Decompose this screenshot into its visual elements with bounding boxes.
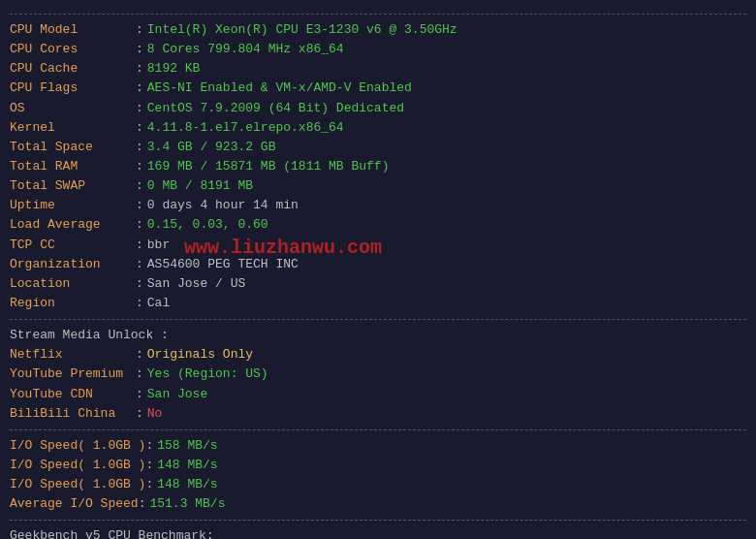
media-header: Stream Media Unlock : bbox=[10, 326, 746, 345]
colon: : bbox=[139, 494, 146, 514]
row-label: CPU Cores bbox=[10, 40, 136, 59]
row-label: Total Space bbox=[10, 138, 136, 157]
table-row: Total RAM:169 MB / 15871 MB (1811 MB Buf… bbox=[10, 157, 746, 176]
row-value: 3.4 GB / 923.2 GB bbox=[147, 138, 276, 157]
row-label: CPU Flags bbox=[10, 79, 136, 98]
row-value: 169 MB / 15871 MB (1811 MB Buff) bbox=[147, 157, 390, 176]
colon: : bbox=[136, 404, 143, 424]
colon: : bbox=[136, 255, 143, 274]
table-row: Organization:AS54600 PEG TECH INC bbox=[10, 255, 746, 274]
table-row: I/O Speed( 1.0GB ):148 MB/s bbox=[10, 456, 746, 475]
sysinfo-section: CPU Model:Intel(R) Xeon(R) CPU E3-1230 v… bbox=[10, 20, 746, 313]
table-row: I/O Speed( 1.0GB ):158 MB/s bbox=[10, 436, 746, 456]
row-value: San Jose bbox=[147, 385, 207, 404]
colon: : bbox=[136, 157, 143, 176]
table-row: CPU Cores:8 Cores 799.804 MHz x86_64 bbox=[10, 40, 746, 59]
row-value: 0.15, 0.03, 0.60 bbox=[147, 215, 268, 235]
colon: : bbox=[136, 365, 143, 384]
row-label: I/O Speed( 1.0GB ) bbox=[10, 436, 145, 456]
table-row: TCP CC:bbr bbox=[10, 236, 746, 255]
table-row: Location:San Jose / US bbox=[10, 274, 746, 294]
bench-section: Geekbench v5 CPU Benchmark:Single Core:1… bbox=[10, 526, 746, 539]
colon: : bbox=[136, 176, 143, 196]
row-value: CentOS 7.9.2009 (64 Bit) Dedicated bbox=[147, 99, 404, 118]
row-label: Average I/O Speed bbox=[10, 494, 139, 514]
row-label: CPU Model bbox=[10, 20, 136, 40]
table-row: YouTube CDN:San Jose bbox=[10, 385, 746, 404]
row-label: Kernel bbox=[10, 118, 136, 138]
divider-2 bbox=[10, 319, 746, 320]
row-value: Intel(R) Xeon(R) CPU E3-1230 v6 @ 3.50GH… bbox=[147, 20, 457, 40]
row-value: 8 Cores 799.804 MHz x86_64 bbox=[147, 40, 344, 59]
table-row: Kernel:4.11.8-1.el7.elrepo.x86_64 bbox=[10, 118, 746, 138]
divider-4 bbox=[10, 520, 746, 521]
row-value: No bbox=[147, 404, 163, 424]
io-section: I/O Speed( 1.0GB ):158 MB/sI/O Speed( 1.… bbox=[10, 436, 746, 515]
row-value: Cal bbox=[147, 294, 170, 313]
row-value: 0 days 4 hour 14 min bbox=[147, 196, 299, 215]
colon: : bbox=[136, 40, 143, 59]
colon: : bbox=[136, 99, 143, 118]
row-label: Total SWAP bbox=[10, 176, 136, 196]
bench-header: Geekbench v5 CPU Benchmark: bbox=[10, 526, 746, 539]
divider-3 bbox=[10, 429, 746, 430]
media-section: Stream Media Unlock :Netflix:Originals O… bbox=[10, 326, 746, 424]
table-row: CPU Flags:AES-NI Enabled & VM-x/AMD-V En… bbox=[10, 79, 746, 98]
row-label: I/O Speed( 1.0GB ) bbox=[10, 456, 145, 475]
row-label: Netflix bbox=[10, 345, 136, 365]
row-label: OS bbox=[10, 99, 136, 118]
row-label: Total RAM bbox=[10, 157, 136, 176]
row-label: BiliBili China bbox=[10, 404, 136, 424]
colon: : bbox=[136, 79, 143, 98]
row-label: YouTube Premium bbox=[10, 365, 136, 384]
row-label: YouTube CDN bbox=[10, 385, 136, 404]
table-row: Load Average:0.15, 0.03, 0.60 bbox=[10, 215, 746, 235]
row-value: 158 MB/s bbox=[157, 436, 217, 456]
row-label: Uptime bbox=[10, 196, 136, 215]
table-row: YouTube Premium:Yes (Region: US) bbox=[10, 365, 746, 384]
row-label: TCP CC bbox=[10, 236, 136, 255]
row-value: AS54600 PEG TECH INC bbox=[147, 255, 299, 274]
colon: : bbox=[136, 20, 143, 40]
colon: : bbox=[136, 236, 143, 255]
colon: : bbox=[136, 274, 143, 294]
table-row: I/O Speed( 1.0GB ):148 MB/s bbox=[10, 475, 746, 494]
table-row: Uptime:0 days 4 hour 14 min bbox=[10, 196, 746, 215]
row-value: 8192 KB bbox=[147, 59, 201, 79]
colon: : bbox=[145, 436, 153, 456]
table-row: Region:Cal bbox=[10, 294, 746, 313]
colon: : bbox=[136, 138, 143, 157]
row-value: 151.3 MB/s bbox=[149, 494, 225, 514]
row-label: Region bbox=[10, 294, 136, 313]
colon: : bbox=[136, 196, 143, 215]
row-label: Organization bbox=[10, 255, 136, 274]
row-value: 148 MB/s bbox=[157, 456, 217, 475]
row-value: 148 MB/s bbox=[157, 475, 217, 494]
table-row: OS:CentOS 7.9.2009 (64 Bit) Dedicated bbox=[10, 99, 746, 118]
table-row: CPU Model:Intel(R) Xeon(R) CPU E3-1230 v… bbox=[10, 20, 746, 40]
row-value: Yes (Region: US) bbox=[147, 365, 268, 384]
table-row: BiliBili China:No bbox=[10, 404, 746, 424]
row-value: bbr bbox=[147, 236, 170, 255]
row-value: 4.11.8-1.el7.elrepo.x86_64 bbox=[147, 118, 344, 138]
divider-top bbox=[10, 14, 746, 15]
colon: : bbox=[136, 215, 143, 235]
colon: : bbox=[136, 294, 143, 313]
row-label: CPU Cache bbox=[10, 59, 136, 79]
row-value: Originals Only bbox=[147, 345, 253, 365]
colon: : bbox=[136, 345, 143, 365]
row-label: I/O Speed( 1.0GB ) bbox=[10, 475, 145, 494]
colon: : bbox=[136, 385, 143, 404]
row-value: 0 MB / 8191 MB bbox=[147, 176, 253, 196]
row-value: AES-NI Enabled & VM-x/AMD-V Enabled bbox=[147, 79, 412, 98]
row-label: Load Average bbox=[10, 215, 136, 235]
table-row: Total SWAP:0 MB / 8191 MB bbox=[10, 176, 746, 196]
row-label: Location bbox=[10, 274, 136, 294]
colon: : bbox=[136, 59, 143, 79]
colon: : bbox=[136, 118, 143, 138]
colon: : bbox=[145, 456, 153, 475]
table-row: Average I/O Speed:151.3 MB/s bbox=[10, 494, 746, 514]
table-row: Netflix:Originals Only bbox=[10, 345, 746, 365]
colon: : bbox=[145, 475, 153, 494]
table-row: CPU Cache:8192 KB bbox=[10, 59, 746, 79]
